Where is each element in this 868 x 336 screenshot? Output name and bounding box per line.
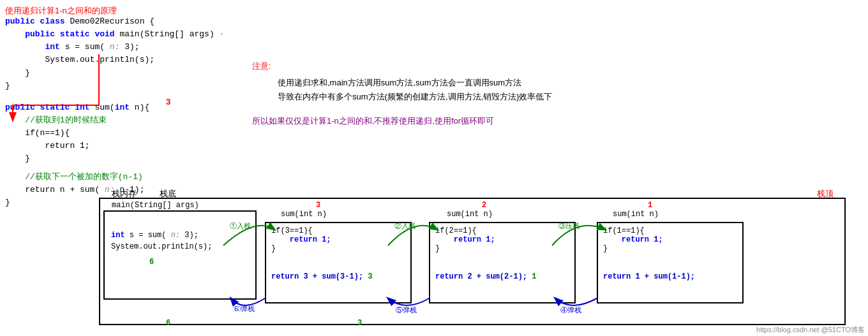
code-line-print: System.out.println(s); [5, 54, 224, 66]
watermark: https://blog.csdn.net @51CTO博客 [756, 325, 865, 335]
sum1-return1: return 1; [603, 235, 737, 244]
code-comment2: //获取下一个被加的数字(n-1) [5, 171, 224, 184]
sum3-if: if(3==1){ [271, 226, 405, 235]
code-line-close1: } [5, 67, 224, 80]
code-block: public class Demo02Recurison { public st… [5, 15, 224, 209]
code-line-close2: } [5, 80, 224, 92]
sum3-frame-header: 3 sum(int n) [281, 201, 327, 219]
sum3-frame: if(3==1){ return 1; } return 3 + sum(3-1… [265, 222, 412, 303]
sum2-if: if(2==1){ [435, 226, 569, 235]
main-print-line: System.out.println(s); [111, 242, 249, 251]
page-container: { "title": "使用递归计算1-n之间和的原理", "code": { … [0, 0, 868, 336]
code-comment1: //获取到1的时候结束 [5, 114, 224, 127]
sum1-frame: if(1==1){ return 1; } return 1 + sum(1-1… [597, 222, 744, 303]
sum2-return1: return 1; [435, 235, 569, 244]
code-sum-sig: public static int sum(int n){ 3 [5, 101, 224, 114]
main-num6: 6 [149, 258, 249, 267]
sum3-content: if(3==1){ return 1; } return 3 + sum(3-1… [266, 223, 410, 284]
notice-line1: 使用递归求和,main方法调用sum方法,sum方法会一直调用sum方法 [278, 77, 552, 89]
main-frame-content: int s = sum( n: 3); System.out.println(s… [105, 212, 255, 270]
sum1-frame-header: 1 sum(int n) [613, 201, 659, 219]
code-line-main: public static void main(String[] args) · [5, 28, 224, 41]
sum3-return-n: return 3 + sum(3-1); 3 [271, 272, 405, 281]
notice-line2: 导致在内存中有多个sum方法(频繁的创建方法,调用方法,销毁方法)效率低下 [278, 91, 552, 103]
notice-block: 注意: 使用递归求和,main方法调用sum方法,sum方法会一直调用sum方法… [252, 61, 552, 127]
sum3-return1: return 1; [271, 235, 405, 244]
sum1-return-n: return 1 + sum(1-1); [603, 272, 737, 281]
sum2-return-n: return 2 + sum(2-1); 1 [435, 272, 569, 281]
sum2-content: if(2==1){ return 1; } return 2 + sum(2-1… [430, 223, 574, 284]
code-line-class: public class Demo02Recurison { [5, 15, 224, 28]
sum1-if: if(1==1){ [603, 226, 737, 235]
main-frame-header: main(String[] args) [112, 201, 199, 210]
main-frame: int s = sum( n: 3); System.out.println(s… [103, 210, 257, 300]
main-int-line: int s = sum( n: 3); [111, 231, 249, 240]
code-line-int: int s = sum( n: 3); [5, 41, 224, 54]
sum2-frame: if(2==1){ return 1; } return 2 + sum(2-1… [429, 222, 576, 303]
sum2-frame-header: 2 sum(int n) [447, 201, 493, 219]
code-close3: } [5, 152, 224, 165]
notice-conclusion: 所以如果仅仅是计算1-n之间的和,不推荐使用递归,使用for循环即可 [252, 115, 552, 127]
sum3-close: } [271, 244, 405, 253]
code-if-line: if(n==1){ [5, 127, 224, 140]
sum1-close: } [603, 244, 737, 253]
sum1-content: if(1==1){ return 1; } return 1 + sum(1-1… [598, 223, 742, 284]
sum2-close: } [435, 244, 569, 253]
code-return1: return 1; [5, 140, 224, 152]
notice-title: 注意: [252, 61, 552, 72]
